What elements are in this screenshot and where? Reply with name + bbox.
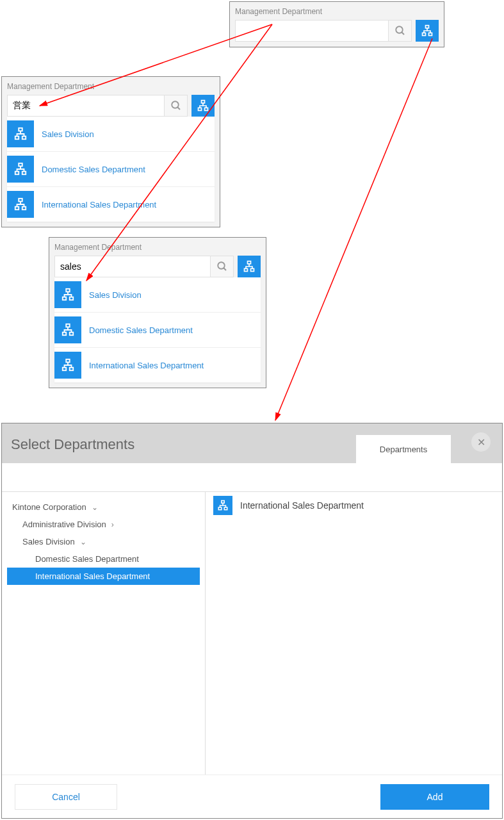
chevron-down-icon: ⌄	[80, 537, 86, 546]
tree-node-label: Domestic Sales Department	[35, 554, 139, 564]
management-department-panel: Management Department Sales Division Dom…	[1, 76, 220, 227]
select-departments-dialog: Select Departments Departments ✕ Kintone…	[1, 423, 503, 819]
department-icon	[7, 156, 34, 183]
department-icon	[54, 281, 81, 308]
search-icon	[170, 100, 182, 111]
department-tree: Kintone Corporation ⌄ Administrative Div…	[2, 492, 206, 775]
svg-line-35	[275, 38, 432, 420]
svg-rect-36	[222, 501, 225, 504]
dialog-title: Select Departments	[11, 436, 134, 463]
department-icon	[54, 352, 81, 379]
svg-rect-13	[19, 163, 22, 167]
tree-node-root[interactable]: Kintone Corporation ⌄	[7, 498, 200, 516]
svg-rect-29	[70, 332, 74, 336]
search-icon	[394, 25, 406, 37]
svg-rect-31	[63, 368, 67, 371]
svg-rect-4	[429, 33, 432, 35]
org-chart-icon	[243, 260, 256, 273]
tree-node-label: Administrative Division	[22, 520, 106, 529]
search-button[interactable]	[389, 20, 412, 42]
department-icon	[7, 120, 34, 147]
svg-rect-14	[15, 172, 19, 175]
org-tree-button[interactable]	[416, 20, 439, 42]
suggestion-label: International Sales Department	[89, 361, 204, 370]
tree-node-label: International Sales Department	[35, 571, 150, 581]
suggestion-label: Domestic Sales Department	[89, 325, 193, 335]
svg-rect-25	[63, 297, 67, 300]
svg-rect-9	[205, 108, 208, 110]
suggestion-list: Sales Division Domestic Sales Department…	[7, 117, 215, 222]
tree-node[interactable]: Administrative Division ›	[7, 516, 200, 533]
department-icon	[213, 496, 232, 515]
tree-node-selected[interactable]: International Sales Department	[7, 568, 200, 585]
suggestion-item[interactable]: International Sales Department	[54, 348, 261, 382]
suggestion-item[interactable]: Domestic Sales Department	[54, 313, 261, 348]
department-icon	[7, 191, 34, 218]
org-tree-button[interactable]	[238, 256, 261, 277]
svg-rect-21	[248, 261, 251, 264]
svg-rect-28	[63, 332, 67, 336]
panel-label: Management Department	[54, 243, 261, 252]
management-department-panel: Management Department Sales Division Dom…	[49, 237, 266, 388]
search-button[interactable]	[165, 95, 188, 117]
svg-point-19	[218, 262, 225, 269]
close-button[interactable]: ✕	[471, 432, 491, 452]
svg-rect-27	[66, 324, 70, 327]
tree-node[interactable]: Domestic Sales Department	[7, 550, 200, 568]
management-department-panel: Management Department	[229, 1, 444, 47]
search-icon	[216, 261, 228, 272]
cancel-button-label: Cancel	[52, 792, 80, 802]
chevron-down-icon: ⌄	[92, 503, 98, 512]
svg-rect-10	[19, 128, 22, 131]
svg-line-20	[224, 268, 226, 270]
svg-rect-16	[19, 199, 22, 202]
svg-rect-15	[22, 172, 26, 175]
add-button[interactable]: Add	[380, 784, 489, 810]
svg-line-1	[402, 32, 404, 35]
org-chart-icon	[197, 99, 209, 112]
selected-department-item[interactable]: International Sales Department	[213, 495, 494, 516]
suggestion-label: International Sales Department	[42, 200, 156, 209]
dialog-footer: Cancel Add	[2, 775, 502, 818]
tree-node-label: Kintone Corporation	[12, 502, 86, 512]
svg-rect-11	[15, 136, 19, 140]
suggestion-item[interactable]: Sales Division	[7, 117, 215, 152]
svg-rect-8	[199, 108, 202, 110]
dialog-header: Select Departments Departments ✕	[2, 423, 502, 463]
svg-rect-7	[202, 101, 205, 103]
department-search-input[interactable]	[235, 20, 389, 42]
svg-rect-24	[66, 289, 70, 292]
panel-label: Management Department	[235, 7, 439, 16]
suggestion-label: Domestic Sales Department	[42, 165, 145, 174]
svg-rect-37	[218, 507, 222, 510]
tab-departments[interactable]: Departments	[356, 435, 451, 463]
suggestion-list: Sales Division Domestic Sales Department…	[54, 277, 261, 382]
svg-rect-17	[15, 207, 19, 210]
chevron-right-icon: ›	[111, 520, 114, 529]
department-icon	[54, 316, 81, 343]
cancel-button[interactable]: Cancel	[15, 784, 117, 810]
tab-label: Departments	[380, 445, 427, 454]
add-button-label: Add	[427, 792, 443, 802]
svg-rect-38	[224, 507, 227, 510]
suggestion-item[interactable]: Domestic Sales Department	[7, 152, 215, 187]
department-search-input[interactable]	[7, 95, 165, 117]
suggestion-item[interactable]: International Sales Department	[7, 187, 215, 222]
selected-department-label: International Sales Department	[240, 500, 364, 511]
org-chart-icon	[421, 24, 434, 37]
svg-rect-30	[66, 359, 70, 363]
svg-rect-22	[245, 268, 248, 271]
svg-rect-26	[70, 297, 74, 300]
svg-rect-32	[70, 368, 74, 371]
svg-point-5	[172, 101, 179, 108]
org-tree-button[interactable]	[191, 95, 215, 117]
svg-rect-23	[251, 268, 254, 271]
suggestion-item[interactable]: Sales Division	[54, 277, 261, 313]
selected-departments-panel: International Sales Department	[206, 492, 502, 775]
panel-label: Management Department	[7, 82, 215, 91]
department-search-input[interactable]	[54, 256, 211, 277]
svg-rect-18	[22, 207, 26, 210]
search-button[interactable]	[211, 256, 234, 277]
tree-node[interactable]: Sales Division ⌄	[7, 533, 200, 550]
svg-rect-2	[426, 26, 429, 28]
